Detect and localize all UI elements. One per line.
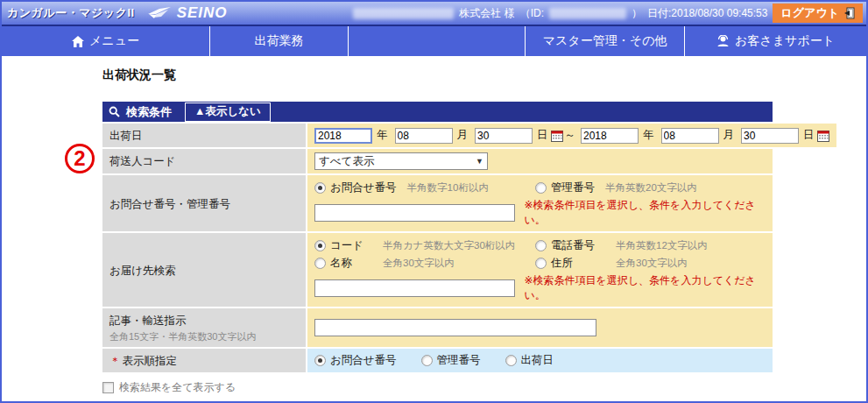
inquiry-number-label: お問合せ番号 [330, 180, 397, 195]
order-mgmt-group: 管理番号 [421, 353, 481, 368]
to-day-input[interactable] [741, 128, 799, 144]
row-ship-date: 出荷日 年 月 日 ～ [102, 122, 773, 147]
destination-input[interactable] [314, 279, 515, 297]
swan-icon [147, 6, 173, 20]
dest-name-hint: 全角30文字以内 [383, 257, 455, 270]
app-title: カンガルー・マジックII [7, 5, 135, 21]
id-close: ） [632, 6, 642, 21]
destination-label: お届け先検索 [102, 233, 306, 307]
dest-address-label: 住所 [551, 256, 605, 271]
hide-panel-button[interactable]: ▲表示しない [185, 103, 271, 122]
row-inquiry-number: お問合せ番号・管理番号 お問合せ番号 半角数字10桁以内 管理番号 半角英数20… [102, 173, 773, 231]
door-exit-icon [843, 7, 855, 19]
order-label-cell: ＊表示順指定 [102, 349, 306, 372]
order-shipdate-label: 出荷日 [521, 353, 554, 368]
company-suffix: 株式会社 様 [459, 6, 514, 21]
inquiry-option-group: お問合せ番号 半角数字10桁以内 [314, 180, 535, 195]
dest-name-label: 名称 [330, 256, 372, 271]
calendar-icon-to[interactable] [817, 130, 829, 142]
inquiry-number-radio[interactable] [314, 182, 326, 194]
calendar-icon-from[interactable] [551, 130, 563, 142]
nav-menu[interactable]: メニュー [2, 26, 210, 56]
from-month-input[interactable] [395, 128, 453, 144]
logout-label: ログアウト [780, 5, 839, 21]
header-user-area: 株式会社 様 （ID: ） 日付:2018/08/30 09:45:53 ログア… [353, 4, 863, 23]
header-datetime: 日付:2018/08/30 09:45:53 [647, 6, 767, 21]
home-icon [72, 36, 84, 47]
required-asterisk: ＊ [109, 355, 121, 367]
dest-address-radio[interactable] [535, 258, 547, 269]
order-mgmt-label: 管理番号 [437, 353, 481, 368]
top-header: カンガルー・マジックII SEINO 株式会社 様 （ID: ） 日付:2018… [2, 2, 866, 25]
unit-month: 月 [457, 128, 469, 143]
nav-support[interactable]: お客さまサポート [685, 26, 866, 56]
from-day-input[interactable] [475, 128, 533, 144]
shipper-code-value: すべて表示 ▼ [306, 149, 773, 173]
nav-shipping[interactable]: 出荷業務 [210, 26, 349, 56]
search-icon [109, 106, 120, 117]
nav-support-label: お客さまサポート [735, 33, 835, 49]
from-year-input[interactable] [314, 128, 372, 144]
shipper-code-select[interactable]: すべて表示 ▼ [314, 152, 488, 170]
order-inquiry-radio[interactable] [314, 355, 326, 366]
order-mgmt-radio[interactable] [421, 355, 433, 366]
dest-name-group: 名称 全角30文字以内 [314, 256, 535, 271]
order-inquiry-label: お問合せ番号 [330, 353, 397, 368]
dest-phone-group: 電話番号 半角英数12文字以内 [535, 238, 708, 253]
nav-spacer [349, 26, 525, 56]
to-month-input[interactable] [661, 128, 719, 144]
dest-address-hint: 全角30文字以内 [616, 257, 688, 270]
order-inquiry-group: お問合せ番号 [314, 353, 397, 368]
to-year-input[interactable] [581, 128, 639, 144]
dest-code-radio[interactable] [314, 240, 326, 251]
order-label: 表示順指定 [123, 355, 178, 367]
unit-year-2: 年 [643, 128, 654, 143]
inquiry-note: ※検索条件項目を選択し、条件を入力してください。 [524, 198, 766, 228]
order-value: お問合せ番号 管理番号 出荷日 [306, 349, 773, 372]
row-article: 記事・輸送指示 全角15文字・半角英数30文字以内 [102, 307, 773, 347]
nav-shipping-label: 出荷業務 [255, 33, 304, 49]
search-conditions-label: 検索条件 [126, 104, 172, 120]
mgmt-number-radio[interactable] [535, 182, 547, 194]
nav-menu-label: メニュー [89, 33, 139, 49]
page-root: { "header": { "app_title": "カンガルー・マジックII… [0, 0, 868, 403]
show-all-row: 検索結果を全て表示する [102, 380, 866, 395]
row-destination-search: お届け先検索 コード 半角カナ英数大文字30桁以内 電話番号 半角英数12文字以… [102, 231, 773, 307]
article-sublabel: 全角15文字・半角英数30文字以内 [109, 330, 299, 343]
unit-year: 年 [377, 128, 388, 143]
redacted-user-id [549, 8, 626, 19]
search-panel: 検索条件 ▲表示しない 出荷日 年 月 日 [102, 102, 773, 372]
article-label-cell: 記事・輸送指示 全角15文字・半角英数30文字以内 [102, 308, 306, 347]
order-shipdate-group: 出荷日 [505, 353, 554, 368]
unit-day-2: 日 [803, 128, 815, 143]
nav-master[interactable]: マスター管理・その他 [525, 26, 685, 56]
dest-address-group: 住所 全角30文字以内 [535, 256, 688, 271]
content: 2 出荷状況一覧 検索条件 ▲表示しない 出荷日 年 月 日 [2, 56, 866, 403]
person-support-icon [716, 35, 730, 48]
main-nav: メニュー 出荷業務 マスター管理・その他 お客さまサポート [2, 25, 866, 56]
ship-date-value: 年 月 日 ～ 年 [306, 124, 836, 147]
shipper-code-label: 荷送人コード [102, 149, 306, 173]
mgmt-number-hint: 半角英数20文字以内 [605, 181, 697, 194]
inquiry-value: お問合せ番号 半角数字10桁以内 管理番号 半角英数20文字以内 ※検索条件項目… [306, 175, 773, 231]
article-label: 記事・輸送指示 [109, 314, 299, 329]
brand-name: SEINO [177, 4, 228, 22]
date-range-tilde: ～ [565, 128, 576, 143]
ship-date-label: 出荷日 [102, 124, 306, 147]
nav-master-label: マスター管理・その他 [543, 33, 667, 49]
shipper-code-selected: すべて表示 [319, 154, 374, 169]
dest-code-hint: 半角カナ英数大文字30桁以内 [383, 239, 515, 252]
dest-name-radio[interactable] [314, 258, 326, 269]
destination-note: ※検索条件項目を選択し、条件を入力してください。 [524, 273, 766, 303]
article-value [306, 308, 773, 347]
dest-phone-radio[interactable] [535, 240, 547, 251]
show-all-checkbox[interactable] [102, 382, 114, 393]
id-open: （ID: [520, 6, 544, 21]
logout-button[interactable]: ログアウト [773, 4, 863, 23]
article-input[interactable] [314, 319, 596, 336]
annotation-number: 2 [74, 146, 85, 171]
inquiry-number-input[interactable] [314, 204, 515, 222]
dest-code-label: コード [330, 238, 372, 253]
order-shipdate-radio[interactable] [505, 355, 517, 366]
mgmt-number-label: 管理番号 [551, 180, 595, 195]
